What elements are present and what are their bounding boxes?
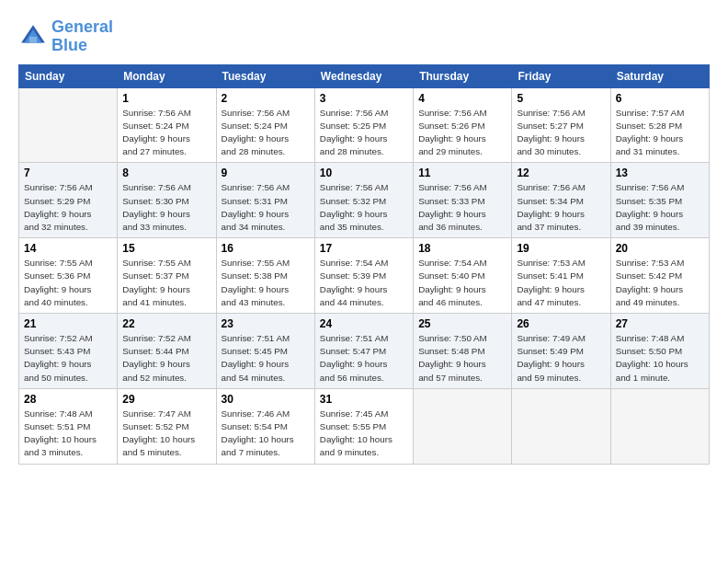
day-info: Sunrise: 7:56 AMSunset: 5:27 PMDaylight:…: [517, 107, 605, 159]
table-row: [610, 388, 709, 464]
day-number: 15: [122, 242, 210, 255]
day-info: Sunrise: 7:47 AMSunset: 5:52 PMDaylight:…: [122, 408, 210, 460]
table-row: 2Sunrise: 7:56 AMSunset: 5:24 PMDaylight…: [216, 87, 314, 163]
day-info: Sunrise: 7:54 AMSunset: 5:39 PMDaylight:…: [320, 257, 408, 309]
table-row: 24Sunrise: 7:51 AMSunset: 5:47 PMDayligh…: [314, 314, 413, 389]
table-row: [414, 388, 512, 464]
table-row: 20Sunrise: 7:53 AMSunset: 5:42 PMDayligh…: [610, 238, 709, 314]
header: General Blue: [18, 18, 710, 55]
logo: General Blue: [18, 18, 113, 55]
calendar-week-row: 1Sunrise: 7:56 AMSunset: 5:24 PMDaylight…: [19, 87, 710, 163]
table-row: 21Sunrise: 7:52 AMSunset: 5:43 PMDayligh…: [19, 314, 118, 389]
day-number: 4: [418, 92, 506, 105]
table-row: 9Sunrise: 7:56 AMSunset: 5:31 PMDaylight…: [216, 163, 314, 238]
day-number: 13: [616, 167, 704, 179]
day-info: Sunrise: 7:57 AMSunset: 5:28 PMDaylight:…: [616, 107, 704, 159]
weekday-header-friday: Friday: [512, 64, 610, 87]
day-info: Sunrise: 7:52 AMSunset: 5:43 PMDaylight:…: [24, 332, 112, 385]
table-row: 14Sunrise: 7:55 AMSunset: 5:36 PMDayligh…: [19, 238, 118, 314]
day-info: Sunrise: 7:52 AMSunset: 5:44 PMDaylight:…: [122, 332, 210, 385]
day-info: Sunrise: 7:49 AMSunset: 5:49 PMDaylight:…: [517, 332, 605, 385]
table-row: 4Sunrise: 7:56 AMSunset: 5:26 PMDaylight…: [414, 87, 512, 163]
day-number: 19: [517, 242, 605, 255]
day-info: Sunrise: 7:55 AMSunset: 5:37 PMDaylight:…: [122, 257, 210, 309]
day-info: Sunrise: 7:55 AMSunset: 5:38 PMDaylight:…: [222, 257, 310, 309]
day-info: Sunrise: 7:54 AMSunset: 5:40 PMDaylight:…: [418, 257, 506, 309]
day-number: 6: [616, 92, 704, 105]
day-number: 25: [418, 317, 506, 330]
table-row: 6Sunrise: 7:57 AMSunset: 5:28 PMDaylight…: [610, 87, 709, 163]
day-info: Sunrise: 7:51 AMSunset: 5:45 PMDaylight:…: [222, 332, 310, 385]
day-number: 12: [517, 167, 605, 179]
day-number: 10: [320, 167, 408, 179]
day-number: 26: [517, 317, 605, 330]
day-info: Sunrise: 7:53 AMSunset: 5:42 PMDaylight:…: [616, 257, 704, 309]
table-row: 1Sunrise: 7:56 AMSunset: 5:24 PMDaylight…: [118, 87, 216, 163]
table-row: 31Sunrise: 7:45 AMSunset: 5:55 PMDayligh…: [314, 388, 413, 464]
table-row: 28Sunrise: 7:48 AMSunset: 5:51 PMDayligh…: [19, 388, 118, 464]
day-info: Sunrise: 7:56 AMSunset: 5:33 PMDaylight:…: [418, 181, 506, 234]
day-info: Sunrise: 7:48 AMSunset: 5:51 PMDaylight:…: [24, 408, 112, 460]
table-row: 25Sunrise: 7:50 AMSunset: 5:48 PMDayligh…: [414, 314, 512, 389]
table-row: 19Sunrise: 7:53 AMSunset: 5:41 PMDayligh…: [512, 238, 610, 314]
day-number: 3: [320, 92, 408, 105]
day-number: 20: [616, 242, 704, 255]
weekday-header-wednesday: Wednesday: [314, 64, 413, 87]
weekday-header-tuesday: Tuesday: [216, 64, 314, 87]
weekday-header-sunday: Sunday: [19, 64, 118, 87]
day-number: 7: [24, 167, 112, 179]
table-row: 26Sunrise: 7:49 AMSunset: 5:49 PMDayligh…: [512, 314, 610, 389]
day-info: Sunrise: 7:56 AMSunset: 5:25 PMDaylight:…: [320, 107, 408, 159]
day-number: 8: [122, 167, 210, 179]
day-info: Sunrise: 7:50 AMSunset: 5:48 PMDaylight:…: [418, 332, 506, 385]
day-number: 22: [122, 317, 210, 330]
table-row: 22Sunrise: 7:52 AMSunset: 5:44 PMDayligh…: [118, 314, 216, 389]
day-info: Sunrise: 7:45 AMSunset: 5:55 PMDaylight:…: [320, 408, 408, 460]
calendar-week-row: 21Sunrise: 7:52 AMSunset: 5:43 PMDayligh…: [19, 314, 710, 389]
weekday-header-thursday: Thursday: [414, 64, 512, 87]
day-number: 16: [222, 242, 310, 255]
day-number: 17: [320, 242, 408, 255]
table-row: 23Sunrise: 7:51 AMSunset: 5:45 PMDayligh…: [216, 314, 314, 389]
svg-rect-2: [29, 37, 37, 42]
weekday-header-row: SundayMondayTuesdayWednesdayThursdayFrid…: [19, 64, 710, 87]
day-info: Sunrise: 7:56 AMSunset: 5:24 PMDaylight:…: [222, 107, 310, 159]
table-row: 13Sunrise: 7:56 AMSunset: 5:35 PMDayligh…: [610, 163, 709, 238]
calendar-week-row: 7Sunrise: 7:56 AMSunset: 5:29 PMDaylight…: [19, 163, 710, 238]
day-info: Sunrise: 7:56 AMSunset: 5:26 PMDaylight:…: [418, 107, 506, 159]
day-info: Sunrise: 7:56 AMSunset: 5:32 PMDaylight:…: [320, 181, 408, 234]
day-number: 5: [517, 92, 605, 105]
day-number: 28: [24, 393, 112, 406]
day-number: 30: [222, 393, 310, 406]
calendar-week-row: 28Sunrise: 7:48 AMSunset: 5:51 PMDayligh…: [19, 388, 710, 464]
day-info: Sunrise: 7:56 AMSunset: 5:34 PMDaylight:…: [517, 181, 605, 234]
day-info: Sunrise: 7:48 AMSunset: 5:50 PMDaylight:…: [616, 332, 704, 385]
day-number: 23: [222, 317, 310, 330]
day-number: 9: [222, 167, 310, 179]
day-info: Sunrise: 7:56 AMSunset: 5:35 PMDaylight:…: [616, 181, 704, 234]
calendar-table: SundayMondayTuesdayWednesdayThursdayFrid…: [18, 64, 710, 465]
weekday-header-saturday: Saturday: [610, 64, 709, 87]
table-row: [512, 388, 610, 464]
weekday-header-monday: Monday: [118, 64, 216, 87]
table-row: 16Sunrise: 7:55 AMSunset: 5:38 PMDayligh…: [216, 238, 314, 314]
day-number: 1: [122, 92, 210, 105]
logo-icon: [18, 22, 48, 52]
table-row: 18Sunrise: 7:54 AMSunset: 5:40 PMDayligh…: [414, 238, 512, 314]
table-row: 27Sunrise: 7:48 AMSunset: 5:50 PMDayligh…: [610, 314, 709, 389]
day-info: Sunrise: 7:46 AMSunset: 5:54 PMDaylight:…: [222, 408, 310, 460]
table-row: 15Sunrise: 7:55 AMSunset: 5:37 PMDayligh…: [118, 238, 216, 314]
table-row: 10Sunrise: 7:56 AMSunset: 5:32 PMDayligh…: [314, 163, 413, 238]
table-row: 8Sunrise: 7:56 AMSunset: 5:30 PMDaylight…: [118, 163, 216, 238]
day-number: 14: [24, 242, 112, 255]
table-row: 5Sunrise: 7:56 AMSunset: 5:27 PMDaylight…: [512, 87, 610, 163]
table-row: [19, 87, 118, 163]
table-row: 30Sunrise: 7:46 AMSunset: 5:54 PMDayligh…: [216, 388, 314, 464]
day-number: 18: [418, 242, 506, 255]
table-row: 11Sunrise: 7:56 AMSunset: 5:33 PMDayligh…: [414, 163, 512, 238]
table-row: 29Sunrise: 7:47 AMSunset: 5:52 PMDayligh…: [118, 388, 216, 464]
day-info: Sunrise: 7:56 AMSunset: 5:30 PMDaylight:…: [122, 181, 210, 234]
day-number: 11: [418, 167, 506, 179]
day-number: 24: [320, 317, 408, 330]
day-number: 2: [222, 92, 310, 105]
